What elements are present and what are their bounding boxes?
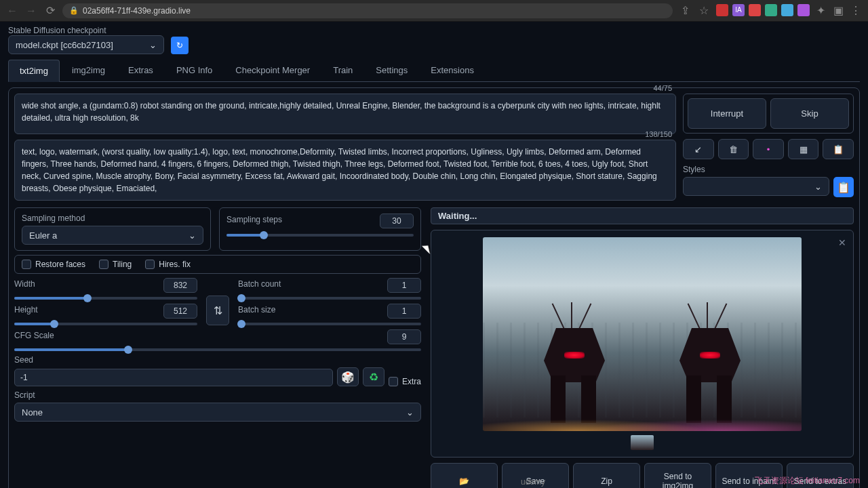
batch-count-slider[interactable] bbox=[238, 297, 421, 300]
interrupt-button[interactable]: Interrupt bbox=[688, 98, 766, 129]
send-img2img-button[interactable]: Send to img2img bbox=[644, 463, 711, 488]
ext-icon[interactable] bbox=[765, 4, 777, 16]
styles-select[interactable]: ⌄ bbox=[683, 177, 829, 196]
reload-icon[interactable]: ⟳ bbox=[43, 4, 57, 18]
send-extras-button[interactable]: Send to extras bbox=[787, 463, 854, 488]
cfg-slider[interactable] bbox=[14, 348, 421, 351]
output-image-panel: ✕ bbox=[431, 230, 854, 458]
seed-extra-checkbox[interactable]: Extra bbox=[389, 377, 421, 386]
output-thumbnail[interactable] bbox=[631, 435, 654, 450]
sampling-steps-label: Sampling steps bbox=[226, 215, 282, 224]
height-label: Height bbox=[14, 305, 38, 314]
chevron-down-icon: ⌄ bbox=[189, 230, 196, 241]
apply-style-button[interactable]: 📋 bbox=[833, 177, 854, 197]
neg-prompt-token-count: 138/150 bbox=[645, 130, 672, 138]
output-image[interactable] bbox=[483, 237, 802, 431]
refresh-checkpoint-button[interactable]: ↻ bbox=[171, 37, 189, 54]
chevron-down-icon: ⌄ bbox=[406, 407, 414, 418]
styles-label: Styles bbox=[683, 165, 829, 174]
ext-icon[interactable] bbox=[781, 4, 793, 16]
url-bar[interactable]: 🔒 02a56ff4-71ff-439e.gradio.live bbox=[62, 3, 673, 18]
forward-icon[interactable]: → bbox=[24, 4, 38, 18]
checkpoint-select[interactable]: model.ckpt [cc6cb27103] ⌄ bbox=[8, 35, 164, 54]
height-slider[interactable] bbox=[14, 323, 197, 325]
mini-clip-button[interactable]: 📋 bbox=[823, 139, 854, 159]
skip-button[interactable]: Skip bbox=[770, 98, 849, 129]
ext-icon[interactable]: IA bbox=[732, 4, 745, 16]
ext-icon[interactable] bbox=[797, 4, 810, 16]
tab-checkpoint-merger[interactable]: Checkpoint Merger bbox=[224, 60, 321, 81]
tab-train[interactable]: Train bbox=[322, 60, 363, 81]
panel-icon[interactable]: ▣ bbox=[831, 4, 845, 18]
seed-dice-button[interactable]: 🎲 bbox=[337, 367, 359, 386]
send-inpaint-button[interactable]: Send to inpaint bbox=[715, 463, 783, 488]
batch-size-slider[interactable] bbox=[238, 323, 421, 325]
tab-pnginfo[interactable]: PNG Info bbox=[165, 60, 223, 81]
sampling-steps-input[interactable] bbox=[380, 214, 414, 228]
script-select[interactable]: None ⌄ bbox=[14, 403, 421, 422]
sampling-method-label: Sampling method bbox=[22, 214, 203, 223]
cfg-input[interactable] bbox=[387, 329, 421, 344]
ext-icon[interactable] bbox=[749, 4, 761, 16]
zip-button[interactable]: Zip bbox=[573, 463, 640, 488]
mini-arrow-button[interactable]: ↙ bbox=[683, 139, 714, 159]
tab-settings[interactable]: Settings bbox=[365, 60, 418, 81]
script-label: Script bbox=[14, 390, 421, 400]
batch-size-label: Batch size bbox=[238, 305, 275, 314]
chevron-down-icon: ⌄ bbox=[814, 182, 822, 192]
save-button[interactable]: Save bbox=[502, 463, 569, 488]
lock-icon: 🔒 bbox=[69, 6, 79, 15]
tab-extensions[interactable]: Extensions bbox=[420, 60, 485, 81]
width-input[interactable] bbox=[163, 278, 197, 293]
batch-count-input[interactable] bbox=[387, 278, 421, 293]
share-icon[interactable]: ⇪ bbox=[678, 4, 692, 18]
chevron-down-icon: ⌄ bbox=[149, 40, 157, 50]
seed-recycle-button[interactable]: ♻ bbox=[363, 367, 384, 386]
folder-button[interactable]: 📂 bbox=[431, 463, 498, 488]
tab-extras[interactable]: Extras bbox=[117, 60, 164, 81]
hires-fix-checkbox[interactable]: Hires. fix bbox=[145, 260, 191, 269]
batch-count-label: Batch count bbox=[238, 279, 281, 289]
width-label: Width bbox=[14, 279, 35, 289]
height-input[interactable] bbox=[163, 304, 197, 319]
tiling-checkbox[interactable]: Tiling bbox=[99, 260, 132, 269]
restore-faces-checkbox[interactable]: Restore faces bbox=[22, 260, 85, 269]
mini-grid-button[interactable]: ▦ bbox=[788, 139, 819, 159]
seed-input[interactable] bbox=[14, 369, 333, 386]
close-icon[interactable]: ✕ bbox=[838, 237, 846, 248]
url-text: 02a56ff4-71ff-439e.gradio.live bbox=[83, 6, 191, 16]
prompt-token-count: 44/75 bbox=[653, 84, 672, 92]
tab-img2img[interactable]: img2img bbox=[61, 60, 116, 81]
mini-trash-button[interactable]: 🗑 bbox=[718, 139, 749, 159]
negative-prompt-input[interactable]: text, logo, watermark, (worst quality, l… bbox=[14, 140, 676, 201]
star-icon[interactable]: ☆ bbox=[697, 4, 711, 18]
checkpoint-label: Stable Diffusion checkpoint bbox=[8, 26, 164, 35]
puzzle-icon[interactable]: ✦ bbox=[814, 4, 827, 18]
output-status: Waiting... bbox=[431, 207, 854, 224]
mini-dot-button[interactable]: • bbox=[753, 139, 784, 159]
prompt-input[interactable]: wide shot angle, a (gundam:0.8) robot st… bbox=[14, 94, 676, 134]
ext-icon[interactable] bbox=[716, 4, 728, 16]
sampling-method-select[interactable]: Euler a ⌄ bbox=[22, 226, 203, 245]
cfg-label: CFG Scale bbox=[14, 331, 54, 340]
sampling-steps-slider[interactable] bbox=[226, 234, 414, 237]
tab-txt2img[interactable]: txt2img bbox=[8, 60, 60, 82]
swap-dims-button[interactable]: ⇅ bbox=[206, 296, 229, 325]
width-slider[interactable] bbox=[14, 297, 197, 300]
back-icon[interactable]: ← bbox=[5, 4, 19, 18]
seed-label: Seed bbox=[14, 355, 421, 365]
menu-icon[interactable]: ⋮ bbox=[849, 4, 863, 18]
batch-size-input[interactable] bbox=[387, 304, 421, 319]
